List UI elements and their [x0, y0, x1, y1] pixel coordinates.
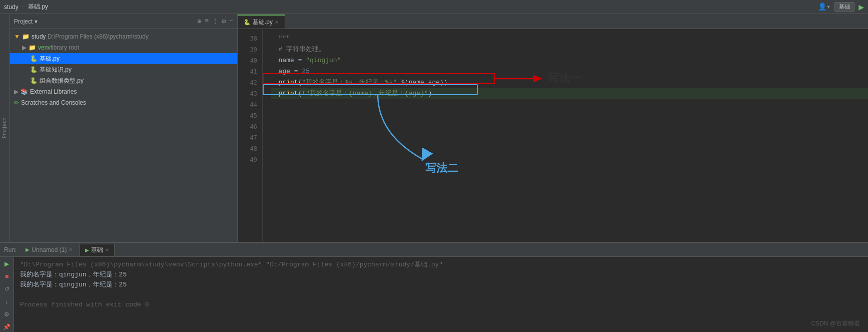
run-process-text: Process finished with exit code 0: [20, 301, 149, 308]
collapse-icon[interactable]: ⋮: [212, 17, 219, 26]
editor-tab-jichu[interactable]: 🐍 基础.py ✕: [238, 15, 285, 29]
code-line-42: print("我的名字是：%s，年纪是：%s" %(name,age)): [271, 77, 868, 88]
code-line-48: [271, 143, 868, 154]
run-tab-close-jichu[interactable]: ✕: [105, 247, 109, 253]
run-tab-unnamed[interactable]: ▶ Unnamed (1) ✕: [21, 244, 78, 256]
tab-py-icon: 🐍: [244, 19, 251, 26]
ln-43: 43: [238, 88, 262, 99]
folder-icon: 📁: [22, 33, 30, 40]
title-bar: study – 基础.py 👤▾ 基础 ▶: [0, 0, 868, 14]
code-editor[interactable]: 38 39 40 41 42 43 44 45 46 47 48 49 """: [238, 29, 868, 242]
run-output-blank: [20, 290, 862, 300]
ln-40: 40: [238, 55, 262, 66]
run-result-2: 我的名字是：qingjun，年纪是：25: [20, 281, 127, 288]
ln-46: 46: [238, 121, 262, 132]
project-tab-label: Project: [2, 117, 8, 138]
code-content[interactable]: """ # 字符串处理。 name = "qingjun" age = 25: [263, 29, 868, 242]
run-tab-icon-unnamed: ▶: [26, 247, 30, 252]
run-output-process: Process finished with exit code 0: [20, 300, 862, 310]
tree-item-venv[interactable]: ▶ 📁 venv library root: [10, 42, 237, 53]
py-file-icon: 🐍: [30, 55, 38, 62]
tree-item-jichuzhishi[interactable]: 🐍 基础知识.py: [10, 64, 237, 75]
scratches-label: Scratches and Consoles: [21, 99, 86, 106]
main-area: Project Project ▾ ⊕ ≡ ⋮ ⚙ − ▼ 📁 study D:…: [0, 14, 868, 242]
venv-label: venv: [38, 44, 51, 51]
jichuzhishi-label: 基础知识.py: [40, 66, 72, 74]
ln-47: 47: [238, 132, 262, 143]
tree-item-extlibs[interactable]: ▶ 📚 External Libraries: [10, 86, 237, 97]
run-tab-label-jichu: 基础: [91, 246, 103, 254]
run-label: Run:: [4, 246, 17, 253]
code-line-40: name = "qingjun": [271, 55, 868, 66]
extlibs-expand-icon: ▶: [14, 88, 19, 95]
run-rerun-btn[interactable]: ↺: [2, 284, 12, 294]
minimize-icon[interactable]: −: [229, 17, 233, 26]
ln-38: 38: [238, 33, 262, 44]
extlibs-label: External Libraries: [30, 88, 77, 95]
side-panel-tab[interactable]: Project: [0, 14, 10, 242]
tab-label: 基础.py: [253, 18, 273, 27]
code-line-44: [271, 99, 868, 110]
code-line-47: [271, 132, 868, 143]
project-header: Project ▾ ⊕ ≡ ⋮ ⚙ −: [10, 14, 237, 29]
run-tab-close-unnamed[interactable]: ✕: [69, 247, 73, 252]
editor-tabs: 🐍 基础.py ✕: [238, 14, 868, 29]
ln-39: 39: [238, 44, 262, 55]
tree-item-scratches[interactable]: ✏ Scratches and Consoles: [10, 97, 237, 108]
run-output: "D:\Program Files (x86)\pycharm\study\ve…: [14, 257, 868, 332]
editor-area: 🐍 基础.py ✕ 38 39 40 41 42 43 44 45 46 47 …: [238, 14, 868, 242]
bottom-panel: Run: ▶ Unnamed (1) ✕ ▶ 基础 ✕ ▶ ■ ↺ ↓ ⚙ 📌 …: [0, 242, 868, 332]
py-icon-2: 🐍: [30, 66, 38, 73]
code-line-41: age = 25: [271, 66, 868, 77]
watermark: CSDN @百慕卿君: [811, 319, 860, 328]
run-command-text: "D:\Program Files (x86)\pycharm\study\ve…: [20, 261, 443, 268]
folder-expand-icon: ▼: [14, 33, 20, 40]
target-icon[interactable]: ⊕: [197, 17, 201, 26]
ln-41: 41: [238, 66, 262, 77]
scratches-icon: ✏: [14, 99, 19, 106]
ln-49: 49: [238, 154, 262, 165]
run-tab-jichu[interactable]: ▶ 基础 ✕: [80, 244, 115, 256]
venv-folder-icon: 📁: [29, 44, 36, 51]
project-tree: ▼ 📁 study D:\Program Files (x86)\pycharm…: [10, 29, 237, 242]
run-scroll-btn[interactable]: ↓: [2, 297, 12, 306]
venv-sublabel: library root: [51, 44, 79, 51]
code-line-43: print(f"我的名字是：{name}，年纪是：{age}"): [271, 88, 868, 99]
branch-button[interactable]: 基础: [834, 2, 854, 12]
code-line-46: [271, 121, 868, 132]
tree-item-study[interactable]: ▼ 📁 study D:\Program Files (x86)\pycharm…: [10, 31, 237, 42]
tree-item-label: study D:\Program Files (x86)\pycharm\stu…: [32, 33, 149, 40]
run-output-line1: 我的名字是：qingjun，年纪是：25: [20, 270, 862, 280]
run-content: ▶ ■ ↺ ↓ ⚙ 📌 "D:\Program Files (x86)\pych…: [0, 257, 868, 332]
gear-icon[interactable]: ⚙: [222, 17, 226, 26]
profile-icon[interactable]: 👤▾: [818, 3, 830, 11]
run-play-btn[interactable]: ▶: [2, 259, 12, 268]
run-output-line2: 我的名字是：qingjun，年纪是：25: [20, 280, 862, 290]
py-icon-3: 🐍: [30, 77, 38, 84]
tree-item-zuhe[interactable]: 🐍 组合数据类型.py: [10, 75, 237, 86]
title-separator: –: [22, 4, 25, 11]
project-name: study: [4, 4, 19, 11]
run-stop-btn[interactable]: ■: [2, 271, 12, 281]
ln-44: 44: [238, 99, 262, 110]
project-panel: Project ▾ ⊕ ≡ ⋮ ⚙ − ▼ 📁 study D:\Program…: [10, 14, 238, 242]
run-button[interactable]: ▶: [858, 2, 864, 13]
title-file: 基础.py: [28, 3, 48, 11]
tab-close-icon[interactable]: ✕: [275, 20, 279, 25]
run-settings-btn[interactable]: ⚙: [2, 309, 12, 319]
run-pin-btn[interactable]: 📌: [2, 322, 12, 332]
code-line-39: # 字符串处理。: [271, 44, 868, 55]
title-bar-right: 👤▾ 基础 ▶: [818, 2, 864, 13]
run-tab-icon-jichu: ▶: [85, 247, 89, 253]
ln-42: 42: [238, 77, 262, 88]
code-line-49: [271, 154, 868, 165]
venv-expand-icon: ▶: [22, 44, 27, 51]
zuhe-label: 组合数据类型.py: [40, 77, 84, 85]
run-output-command: "D:\Program Files (x86)\pycharm\study\ve…: [20, 260, 862, 270]
ln-45: 45: [238, 110, 262, 121]
tree-item-jichupy[interactable]: 🐍 基础.py: [10, 53, 237, 64]
run-result-1: 我的名字是：qingjun，年纪是：25: [20, 271, 127, 278]
list-icon[interactable]: ≡: [205, 17, 209, 26]
ln-48: 48: [238, 143, 262, 154]
code-line-45: [271, 110, 868, 121]
